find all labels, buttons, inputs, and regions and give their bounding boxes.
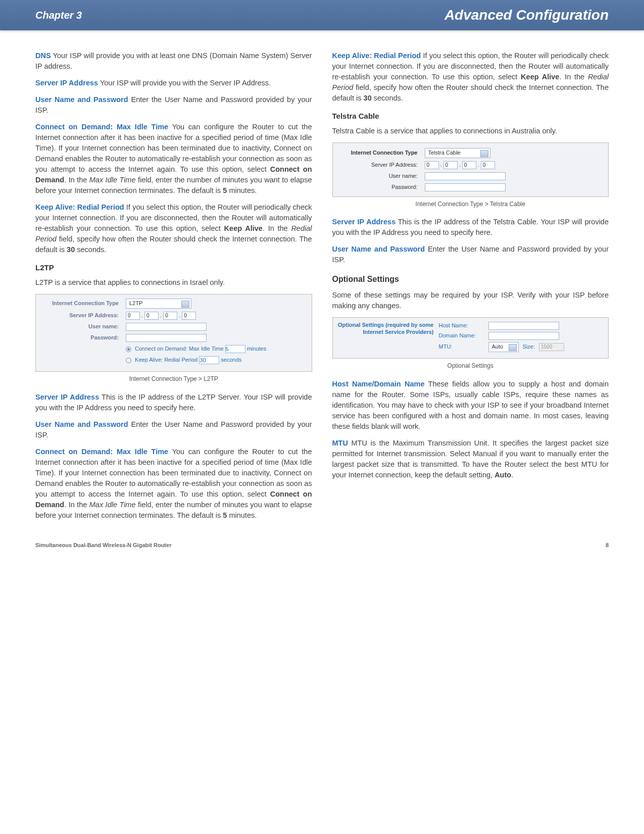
l2tp-caption: Internet Connection Type > L2TP bbox=[35, 375, 312, 383]
telstra-conn-type-select[interactable]: Telstra Cable▾ bbox=[425, 148, 490, 158]
cod-unit: minutes bbox=[247, 346, 267, 352]
ka-radio-label: Keep Alive: Redial Period bbox=[135, 357, 197, 363]
footer-product: Simultaneous Dual-Band Wireless-N Gigabi… bbox=[35, 542, 171, 548]
host-domain-term: Host Name/Domain Name bbox=[332, 380, 425, 388]
user-pass-term: User Name and Password bbox=[35, 95, 128, 104]
chapter-label: Chapter 3 bbox=[35, 10, 82, 21]
t-ip-octet-1[interactable]: 0 bbox=[425, 161, 439, 169]
ip-octet-4[interactable]: 0 bbox=[182, 312, 196, 320]
telstra-user-input[interactable] bbox=[425, 172, 506, 180]
r-ka-para: Keep Alive: Redial Period If you select … bbox=[332, 51, 609, 104]
optional-caption: Optional Settings bbox=[332, 362, 609, 370]
ka-unit: seconds bbox=[221, 357, 241, 363]
footer-page-number: 8 bbox=[606, 542, 609, 548]
l2tp-cod-term: Connect on Demand: Max Idle Time bbox=[35, 448, 168, 456]
server-ip-para: Server IP Address Your ISP will provide … bbox=[35, 78, 312, 88]
optional-screenshot: Optional Settings (required by some Inte… bbox=[332, 317, 609, 359]
host-name-label: Host Name: bbox=[439, 322, 484, 330]
l2tp-heading: L2TP bbox=[35, 262, 312, 273]
ka-para: Keep Alive: Redial Period If you select … bbox=[35, 202, 312, 255]
mtu-term: MTU bbox=[332, 439, 348, 447]
telstra-upw-para: User Name and Password Enter the User Na… bbox=[332, 244, 609, 265]
l2tp-user-label: User name: bbox=[41, 323, 122, 331]
ip-octet-3[interactable]: 0 bbox=[163, 312, 177, 320]
telstra-user-label: User name: bbox=[340, 172, 421, 180]
mtu-para: MTU MTU is the Maximum Transmission Unit… bbox=[332, 438, 609, 480]
chevron-down-icon: ▾ bbox=[185, 301, 187, 308]
t-ip-octet-4[interactable]: 0 bbox=[481, 161, 495, 169]
telstra-sip-term: Server IP Address bbox=[332, 218, 396, 226]
mtu-label: MTU: bbox=[439, 343, 484, 351]
l2tp-cod-para: Connect on Demand: Max Idle Time You can… bbox=[35, 447, 312, 521]
host-name-input[interactable] bbox=[488, 322, 559, 330]
l2tp-para: L2TP is a service that applies to connec… bbox=[35, 277, 312, 288]
user-pass-para: User Name and Password Enter the User Na… bbox=[35, 94, 312, 116]
content: DNS Your ISP will provide you with at le… bbox=[0, 30, 644, 542]
telstra-upw-term: User Name and Password bbox=[332, 245, 425, 253]
l2tp-upw-term: User Name and Password bbox=[35, 420, 128, 428]
ka-value-input[interactable]: 30 bbox=[199, 356, 219, 364]
l2tp-conn-type-label: Internet Connection Type bbox=[41, 300, 122, 308]
cod-radio-label: Connect on Demand: Max Idle Time bbox=[135, 346, 223, 352]
l2tp-sip-para: Server IP Address This is the IP address… bbox=[35, 392, 312, 413]
domain-name-input[interactable] bbox=[488, 332, 559, 340]
size-input[interactable]: 1500 bbox=[539, 343, 564, 351]
telstra-screenshot: Internet Connection Type Telstra Cable▾ … bbox=[332, 142, 609, 197]
ip-octet-2[interactable]: 0 bbox=[144, 312, 159, 320]
l2tp-screenshot: Internet Connection Type L2TP▾ Server IP… bbox=[35, 294, 312, 372]
t-ip-octet-2[interactable]: 0 bbox=[443, 161, 458, 169]
optional-sc-header: Optional Settings (required by some Inte… bbox=[338, 322, 439, 354]
ip-octet-1[interactable]: 0 bbox=[126, 312, 140, 320]
t-ip-octet-3[interactable]: 0 bbox=[462, 161, 476, 169]
l2tp-pass-input[interactable] bbox=[126, 334, 207, 342]
mtu-select[interactable]: Auto▾ bbox=[488, 342, 519, 352]
l2tp-sip-term: Server IP Address bbox=[35, 393, 99, 401]
chevron-down-icon: ▾ bbox=[512, 345, 515, 351]
l2tp-upw-para: User Name and Password Enter the User Na… bbox=[35, 419, 312, 440]
cod-value-input[interactable]: 5 bbox=[225, 345, 245, 353]
dns-para: DNS Your ISP will provide you with at le… bbox=[35, 51, 312, 72]
ka-term: Keep Alive: Redial Period bbox=[35, 203, 124, 211]
telstra-para: Telstra Cable is a service that applies … bbox=[332, 126, 609, 136]
telstra-heading: Telstra Cable bbox=[332, 111, 609, 122]
r-ka-term: Keep Alive: Redial Period bbox=[332, 52, 421, 60]
l2tp-pass-label: Password: bbox=[41, 334, 122, 342]
header-bar: Chapter 3 Advanced Configuration bbox=[0, 0, 644, 30]
right-column: Keep Alive: Redial Period If you select … bbox=[332, 51, 609, 527]
telstra-sip-label: Server IP Address: bbox=[340, 161, 421, 169]
chevron-down-icon: ▾ bbox=[484, 151, 486, 157]
l2tp-conn-type-select[interactable]: L2TP▾ bbox=[126, 299, 191, 309]
cod-para: Connect on Demand: Max Idle Time You can… bbox=[35, 122, 312, 196]
dns-term: DNS bbox=[35, 52, 51, 60]
telstra-pass-input[interactable] bbox=[425, 183, 506, 191]
telstra-conn-type-label: Internet Connection Type bbox=[340, 149, 421, 157]
l2tp-sip-label: Server IP Address: bbox=[41, 312, 122, 320]
footer: Simultaneous Dual-Band Wireless-N Gigabi… bbox=[0, 542, 644, 563]
left-column: DNS Your ISP will provide you with at le… bbox=[35, 51, 312, 527]
size-label: Size: bbox=[523, 343, 535, 351]
server-ip-term: Server IP Address bbox=[35, 79, 98, 87]
cod-term: Connect on Demand: Max Idle Time bbox=[35, 123, 168, 131]
optional-para: Some of these settings may be required b… bbox=[332, 290, 609, 311]
optional-heading: Optional Settings bbox=[332, 273, 609, 285]
page-title: Advanced Configuration bbox=[444, 7, 609, 23]
domain-name-label: Domain Name: bbox=[439, 332, 484, 340]
telstra-caption: Internet Connection Type > Telstra Cable bbox=[332, 200, 609, 209]
host-domain-para: Host Name/Domain Name These fields allow… bbox=[332, 379, 609, 432]
cod-radio[interactable] bbox=[126, 347, 131, 352]
l2tp-user-input[interactable] bbox=[126, 323, 207, 331]
ka-radio[interactable] bbox=[126, 358, 131, 363]
telstra-pass-label: Password: bbox=[340, 183, 421, 191]
telstra-sip-para: Server IP Address This is the IP address… bbox=[332, 217, 609, 238]
